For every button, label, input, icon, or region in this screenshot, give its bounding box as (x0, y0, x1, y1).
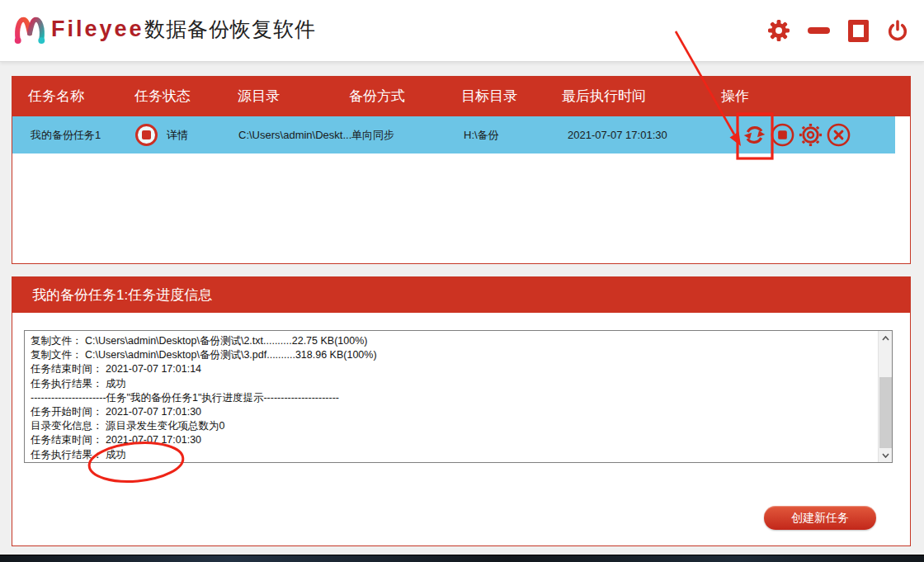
col-header-target-dir: 目标目录 (461, 77, 517, 116)
maximize-icon[interactable] (846, 19, 870, 42)
stop-status-icon (135, 124, 158, 146)
log-box: 复制文件： C:\Users\admin\Desktop\备份测试\2.txt.… (24, 330, 893, 463)
stop-icon[interactable] (770, 122, 795, 148)
last-run-cell: 2021-07-07 17:01:30 (568, 116, 667, 153)
task-name-cell: 我的备份任务1 (31, 116, 101, 153)
task-table-panel: 任务名称 任务状态 源目录 备份方式 目标目录 最后执行时间 操作 我的备份任务… (12, 76, 911, 264)
screen-bottom-edge (0, 555, 924, 562)
create-new-task-button[interactable]: 创建新任务 (764, 506, 876, 530)
col-header-actions: 操作 (721, 77, 749, 116)
log-line: 复制文件： C:\Users\admin\Desktop\备份测试\2.txt.… (31, 334, 878, 348)
log-line: 任务开始时间： 2021-07-07 17:01:30 (31, 405, 878, 419)
brand-name: Fileyee (51, 17, 144, 42)
scroll-down-icon[interactable] (879, 448, 893, 462)
fileyee-logo-icon (12, 12, 48, 50)
actions-cell (742, 116, 851, 153)
minimize-icon[interactable] (807, 19, 830, 42)
target-dir-cell: H:\备份 (464, 116, 499, 153)
col-header-backup-mode: 备份方式 (349, 77, 405, 116)
backup-mode-cell: 单向同步 (351, 116, 394, 153)
window-controls (767, 14, 909, 47)
progress-panel: 我的备份任务1:任务进度信息 复制文件： C:\Users\admin\Desk… (12, 276, 911, 546)
task-row[interactable]: 我的备份任务1 详情 C:\Users\admin\Deskt... 单向同步 … (12, 116, 895, 153)
source-dir-cell: C:\Users\admin\Deskt... (238, 116, 351, 153)
settings-gear-icon[interactable] (767, 19, 790, 42)
detail-link[interactable]: 详情 (167, 128, 188, 143)
log-line: 任务结束时间： 2021-07-07 17:01:14 (31, 362, 878, 376)
log-line: 复制文件： C:\Users\admin\Desktop\备份测试\3.pdf.… (31, 348, 878, 362)
log-scrollbar[interactable] (878, 331, 892, 462)
log-line: 任务执行结果： 成功 (31, 377, 878, 391)
progress-panel-title: 我的备份任务1:任务进度信息 (12, 277, 910, 313)
log-text: 复制文件： C:\Users\admin\Desktop\备份测试\2.txt.… (25, 331, 878, 462)
log-line: ----------------------任务"我的备份任务1"执行进度提示-… (31, 391, 878, 405)
log-line: 目录变化信息： 源目录发生变化项总数为0 (31, 419, 878, 433)
log-line: 任务执行结果： 成功 (31, 448, 878, 462)
power-close-icon[interactable] (886, 19, 909, 42)
log-line: 任务结束时间： 2021-07-07 17:01:30 (31, 433, 878, 447)
scroll-up-icon[interactable] (879, 331, 893, 345)
scrollbar-thumb[interactable] (879, 377, 892, 448)
task-status-cell: 详情 (135, 116, 188, 153)
col-header-last-run: 最后执行时间 (562, 77, 646, 116)
refresh-sync-icon[interactable] (742, 122, 767, 148)
title-bar: Fileyee 数据备份恢复软件 (0, 0, 924, 62)
close-icon[interactable] (826, 122, 851, 148)
col-header-task-name: 任务名称 (28, 77, 84, 116)
col-header-task-status: 任务状态 (134, 77, 191, 116)
app-title: 数据备份恢复软件 (144, 16, 316, 43)
settings-gear-icon[interactable] (798, 122, 823, 148)
col-header-source-dir: 源目录 (238, 77, 280, 116)
table-header-row: 任务名称 任务状态 源目录 备份方式 目标目录 最后执行时间 操作 (12, 77, 910, 116)
